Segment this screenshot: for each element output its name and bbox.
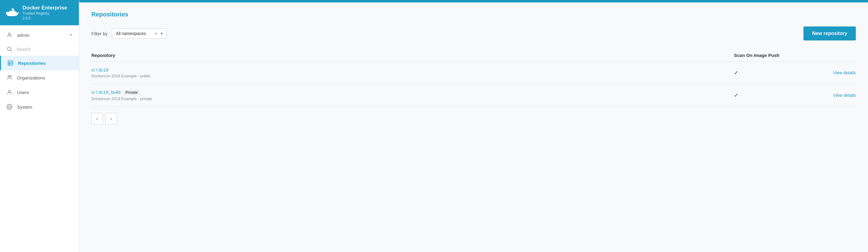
scan-checkmark-icon: ✓ (734, 70, 739, 76)
app-name: Docker Enterprise (23, 5, 67, 11)
private-badge: Private (123, 90, 140, 95)
scan-cell: ✓ (734, 84, 807, 107)
search-icon (6, 46, 13, 52)
search-label: Search (17, 46, 31, 52)
sidebar: Docker Enterprise Trusted Registry 2.6.5… (0, 0, 79, 252)
user-menu[interactable]: admin ▼ (0, 28, 79, 42)
organizations-icon (6, 74, 13, 81)
action-column-header (807, 49, 856, 62)
sidebar-title: Docker Enterprise Trusted Registry 2.6.5 (23, 5, 67, 21)
repository-table: Repository Scan On Image Push ci / dc19D… (91, 49, 856, 107)
svg-point-6 (8, 33, 11, 35)
sidebar-item-users[interactable]: Users (0, 85, 79, 99)
sidebar-header: Docker Enterprise Trusted Registry 2.6.5 (0, 0, 79, 25)
sub-title: Trusted Registry (23, 11, 67, 16)
pagination: ‹ › (91, 113, 856, 124)
users-label: Users (17, 90, 73, 95)
user-name: admin (17, 33, 65, 38)
table-row: ci / dc19Dockercon 2019 Example - public… (91, 62, 856, 84)
svg-point-13 (8, 76, 9, 77)
version: 2.6.5 (23, 16, 67, 21)
organizations-label: Organizations (17, 75, 73, 80)
filter-label: Filter by (91, 31, 107, 36)
scan-column-header: Scan On Image Push (734, 49, 807, 62)
repository-description: Dockercon 2019 Example - private (91, 96, 734, 101)
repositories-label: Repositories (18, 61, 73, 66)
clear-filter-icon[interactable]: ✕ (154, 31, 158, 36)
search-item[interactable]: Search (0, 42, 79, 56)
view-details-link[interactable]: View details (833, 93, 856, 98)
user-caret-icon: ▼ (69, 33, 73, 37)
system-icon (6, 104, 13, 110)
view-details-link[interactable]: View details (833, 70, 856, 75)
namespace-filter[interactable]: All namespaces ✕ ▾ (112, 28, 166, 39)
next-page-button[interactable]: › (105, 113, 117, 124)
chevron-down-icon[interactable]: ▾ (161, 31, 163, 36)
svg-point-16 (9, 106, 10, 108)
scan-cell: ✓ (734, 62, 807, 84)
svg-rect-9 (8, 61, 13, 65)
table-row: ci / dc19_buildPrivateDockercon 2019 Exa… (91, 84, 856, 107)
repository-column-header: Repository (91, 49, 734, 62)
new-repository-button[interactable]: New repository (803, 27, 856, 40)
repository-link[interactable]: ci / dc19 (91, 67, 108, 72)
sidebar-nav: admin ▼ Search Repos (0, 25, 79, 252)
svg-point-14 (10, 76, 11, 77)
svg-point-7 (7, 47, 11, 51)
user-icon (6, 32, 13, 38)
docker-logo-icon (5, 6, 19, 20)
sidebar-item-organizations[interactable]: Organizations (0, 70, 79, 85)
users-icon (6, 89, 13, 95)
filter-row: Filter by All namespaces ✕ ▾ (91, 28, 166, 39)
repository-cell: ci / dc19_buildPrivateDockercon 2019 Exa… (91, 84, 734, 107)
svg-point-15 (8, 90, 11, 93)
main-content: Repositories Filter by All namespaces ✕ … (79, 0, 868, 252)
page-title: Repositories (91, 11, 856, 18)
toolbar: Filter by All namespaces ✕ ▾ New reposit… (91, 27, 856, 40)
action-cell: View details (807, 84, 856, 107)
top-bar (79, 0, 868, 2)
action-cell: View details (807, 62, 856, 84)
prev-page-button[interactable]: ‹ (91, 113, 103, 124)
scan-checkmark-icon: ✓ (734, 92, 739, 98)
repository-description: Dockercon 2019 Example - public (91, 74, 734, 78)
svg-line-8 (11, 50, 12, 52)
repository-link[interactable]: ci / dc19_build (91, 90, 121, 95)
sidebar-item-repositories[interactable]: Repositories (0, 56, 79, 70)
filter-value: All namespaces (116, 31, 151, 36)
repository-cell: ci / dc19Dockercon 2019 Example - public (91, 62, 734, 84)
system-label: System (17, 104, 73, 109)
content-area: Repositories Filter by All namespaces ✕ … (79, 2, 868, 133)
repositories-icon (7, 60, 14, 66)
sidebar-item-system[interactable]: System (0, 99, 79, 114)
